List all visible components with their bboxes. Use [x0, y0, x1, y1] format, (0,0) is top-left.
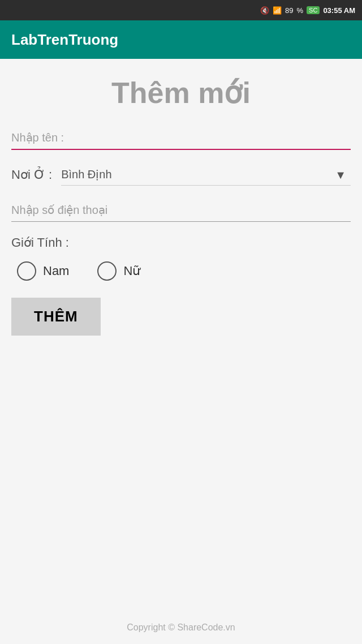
app-bar-title: LabTrenTruong: [11, 31, 118, 49]
name-input[interactable]: [11, 127, 351, 150]
radio-circle-nu: [97, 261, 117, 281]
phone-field: [11, 199, 351, 222]
location-row: Nơi Ở : Bình Định Hà Nội Hồ Chí Minh Đà …: [11, 164, 351, 186]
app-bar: LabTrenTruong: [0, 20, 362, 59]
radio-label-nam: Nam: [43, 264, 69, 278]
radio-circle-nam: [17, 261, 36, 281]
main-content: Thêm mới Nơi Ở : Bình Định Hà Nội Hồ Chí…: [0, 59, 362, 611]
status-bar: 🔇 📶 89% SC 03:55 AM: [0, 0, 362, 20]
radio-label-nu: Nữ: [123, 264, 140, 278]
gender-radio-group: Nam Nữ: [11, 261, 351, 281]
mute-icon: 🔇: [260, 6, 269, 15]
location-dropdown-container: Bình Định Hà Nội Hồ Chí Minh Đà Nẵng Huế…: [61, 164, 351, 186]
add-button[interactable]: THÊM: [11, 298, 101, 336]
status-icons: 🔇 📶 89% SC 03:55 AM: [260, 6, 355, 15]
page-title: Thêm mới: [11, 76, 351, 110]
sharecode-icon: SC: [307, 6, 320, 14]
location-label: Nơi Ở :: [11, 168, 52, 182]
status-time: 03:55 AM: [323, 6, 355, 15]
phone-input[interactable]: [11, 199, 351, 222]
location-select[interactable]: Bình Định Hà Nội Hồ Chí Minh Đà Nẵng Huế: [61, 164, 351, 186]
gender-label: Giới Tính :: [11, 235, 351, 250]
battery-level: 89: [285, 6, 293, 15]
radio-nu[interactable]: Nữ: [97, 261, 140, 281]
footer-text: Copyright © ShareCode.vn: [127, 622, 235, 632]
name-field: [11, 127, 351, 150]
radio-nam[interactable]: Nam: [17, 261, 69, 281]
footer: Copyright © ShareCode.vn: [0, 611, 362, 644]
wifi-icon: 📶: [273, 6, 282, 15]
